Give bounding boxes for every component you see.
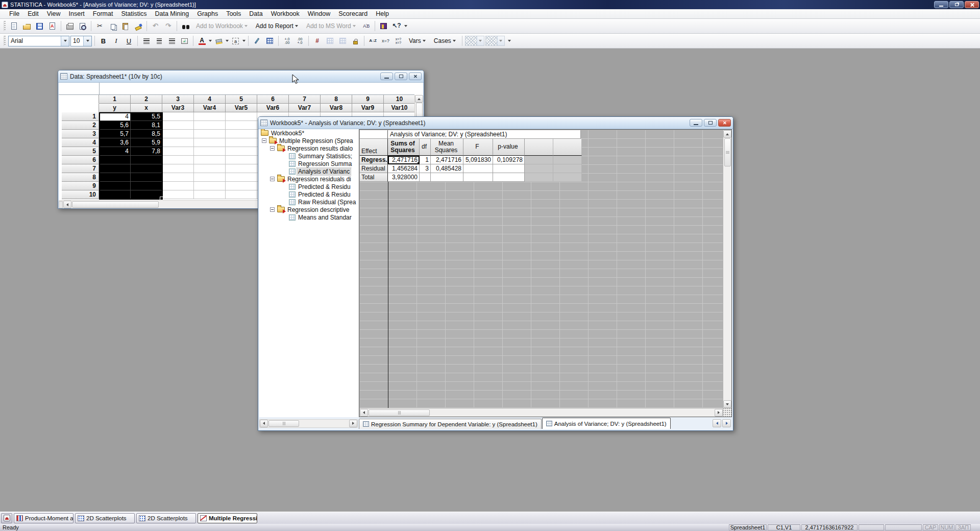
column-name-header[interactable]: Var4 (194, 104, 226, 112)
column-number-header[interactable]: 2 (131, 95, 162, 104)
cut-icon[interactable]: ✂ (94, 20, 106, 32)
cell-y[interactable]: 5,7 (99, 130, 131, 138)
ms-cell[interactable] (431, 173, 463, 182)
tree-horizontal-scrollbar[interactable] (259, 419, 358, 428)
menu-item[interactable]: Data (245, 9, 266, 18)
menu-item[interactable]: Graphs (193, 9, 222, 18)
tree-item[interactable]: Predicted & Residu (259, 183, 359, 190)
copy-icon[interactable] (107, 20, 118, 32)
borders-dropdown-icon[interactable] (242, 40, 246, 42)
cell[interactable] (226, 138, 257, 147)
workbook-window[interactable]: Workbook5* - Analysis of Variance; DV: y… (258, 116, 733, 431)
menu-item[interactable]: Statistics (117, 9, 151, 18)
print-icon[interactable] (64, 20, 76, 32)
increase-decimals-icon[interactable]: +.0 .00 (281, 35, 293, 46)
cell-y[interactable]: 4 (99, 147, 131, 156)
cell-x[interactable] (131, 164, 162, 173)
cell[interactable] (226, 121, 257, 130)
menu-item[interactable]: Insert (65, 9, 89, 18)
menu-item[interactable]: Format (89, 9, 117, 18)
column-name-header[interactable]: Var6 (257, 104, 289, 112)
format-painter-icon[interactable] (132, 20, 144, 32)
merge-cells-icon[interactable] (179, 35, 190, 46)
row-header[interactable]: 3 (62, 130, 99, 138)
cell-y[interactable] (99, 173, 131, 182)
variable-specs-icon[interactable]: # (311, 35, 323, 46)
toolbar-overflow-icon[interactable] (404, 25, 407, 27)
scroll-down-icon[interactable] (723, 400, 731, 408)
effect-cell[interactable]: Regress. (360, 156, 388, 164)
column-name-header[interactable]: Var7 (289, 104, 321, 112)
cell-y[interactable]: 4 (99, 112, 131, 121)
tree-item[interactable]: Raw Residual (Sprea (259, 198, 359, 206)
row-header[interactable]: 10 (62, 190, 99, 199)
tree-item[interactable]: Regression Summa (259, 160, 359, 167)
column-number-header[interactable]: 6 (257, 95, 289, 104)
cell[interactable] (226, 182, 257, 190)
paste-icon[interactable] (119, 20, 131, 32)
vars-button[interactable]: Vars (405, 35, 429, 46)
cell-x[interactable] (131, 190, 162, 199)
add-to-ms-word-button[interactable]: Add to MS Word (303, 20, 359, 32)
sort-icon[interactable]: A↓Z (367, 35, 379, 46)
menu-item[interactable]: File (5, 9, 23, 18)
print-preview-icon[interactable] (77, 20, 88, 32)
cell-y[interactable]: 5,6 (99, 121, 131, 130)
df-cell[interactable] (420, 173, 431, 182)
recode-icon[interactable]: x=? (380, 35, 391, 46)
f-header[interactable]: F (463, 139, 493, 156)
column-number-header[interactable]: 1 (99, 95, 131, 104)
scroll-thumb[interactable] (72, 201, 159, 208)
font-select[interactable]: Arial (8, 36, 69, 46)
collapse-icon[interactable] (270, 207, 275, 212)
tab-scroll-left-icon[interactable] (713, 419, 721, 427)
tree-item[interactable]: Regression results dialo (259, 144, 359, 152)
row-header[interactable]: 6 (62, 156, 99, 164)
format-variable-icon[interactable] (324, 35, 336, 46)
row-header[interactable]: 4 (62, 138, 99, 147)
open-icon[interactable] (21, 20, 33, 32)
workbook-titlebar[interactable]: Workbook5* - Analysis of Variance; DV: y… (258, 117, 733, 129)
font-color-icon[interactable]: A (196, 35, 208, 46)
cell[interactable] (194, 164, 226, 173)
menu-item[interactable]: Workbook (267, 9, 304, 18)
tree-item[interactable]: Predicted & Residu (259, 190, 359, 198)
cell-y[interactable] (99, 164, 131, 173)
format-case-icon[interactable] (337, 35, 349, 46)
column-number-header[interactable]: 7 (289, 95, 321, 104)
p-value-header[interactable]: p-value (493, 139, 525, 156)
df-cell[interactable]: 1 (420, 156, 431, 164)
text-labels-icon[interactable]: A⁚B (360, 20, 372, 32)
cases-button[interactable]: Cases (430, 35, 459, 46)
ms-cell[interactable]: 0,485428 (431, 164, 463, 173)
cell[interactable] (226, 156, 257, 164)
scroll-up-icon[interactable] (415, 95, 423, 103)
p-cell[interactable] (493, 173, 525, 182)
find-icon[interactable] (180, 20, 191, 32)
scroll-left-icon[interactable] (260, 420, 268, 427)
cell-y[interactable] (99, 190, 131, 199)
maximize-button[interactable] (704, 119, 717, 127)
column-name-header[interactable]: Var5 (226, 104, 257, 112)
cell[interactable] (226, 173, 257, 182)
cell-y[interactable] (99, 182, 131, 190)
cell[interactable] (226, 147, 257, 156)
f-cell[interactable] (463, 164, 493, 173)
p-cell[interactable]: 0,109278 (493, 156, 525, 164)
effect-header[interactable]: Effect (360, 139, 388, 156)
cell[interactable] (162, 164, 194, 173)
tree-item[interactable]: Workbook5* (259, 129, 359, 137)
column-name-header[interactable]: y (99, 104, 131, 112)
ss-cell[interactable]: 1,456284 (388, 164, 420, 173)
maximize-button[interactable] (395, 73, 407, 80)
toolbar-overflow-icon[interactable] (508, 40, 511, 42)
align-left-icon[interactable] (140, 35, 152, 46)
scroll-up-icon[interactable] (723, 130, 731, 138)
cell-x[interactable] (131, 173, 162, 182)
column-name-header[interactable]: Var8 (321, 104, 352, 112)
scroll-right-icon[interactable] (715, 409, 723, 417)
column-name-header[interactable]: Var3 (162, 104, 194, 112)
save-pdf-icon[interactable] (46, 20, 58, 32)
ss-cell[interactable]: 3,928000 (388, 173, 420, 182)
new-icon[interactable] (8, 20, 20, 32)
